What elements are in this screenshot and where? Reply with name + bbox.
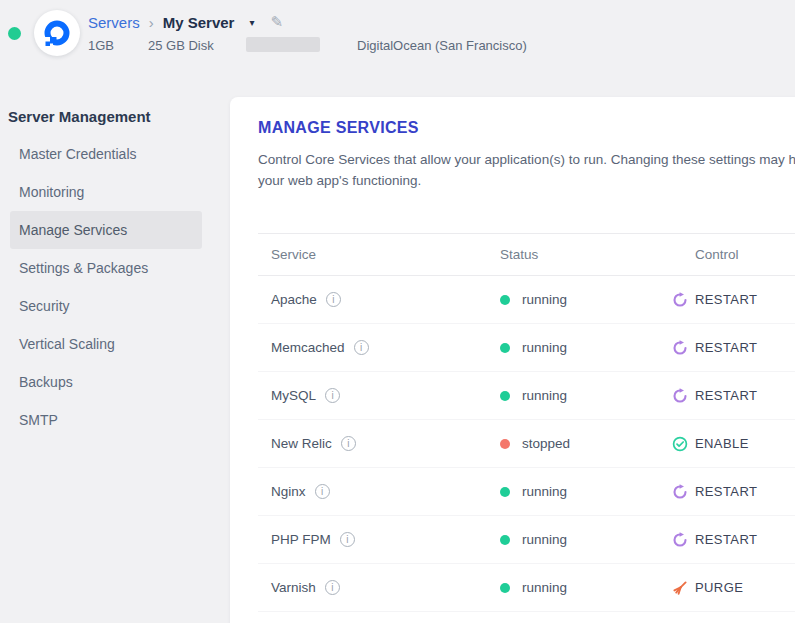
sidebar-item-label: Security [19,298,70,314]
restart-icon [672,484,688,500]
page-title: MANAGE SERVICES [258,119,419,137]
sidebar-item-label: Backups [19,374,73,390]
service-name: Apache [271,292,317,307]
sidebar-item-label: Monitoring [19,184,84,200]
server-ip-redacted [246,37,320,52]
status-dot [500,439,510,449]
service-name: Nginx [271,484,306,499]
digitalocean-icon [42,18,72,48]
control-button[interactable]: RESTART [672,388,757,404]
sidebar-item-label: Master Credentials [19,146,137,162]
sidebar-title: Server Management [8,108,212,125]
manage-services-panel: MANAGE SERVICES Control Core Services th… [230,97,795,623]
sidebar-item-label: Settings & Packages [19,260,148,276]
control-button[interactable]: RESTART [672,484,757,500]
info-icon[interactable]: i [341,436,356,451]
edit-server-name-icon[interactable]: ✎ [270,13,283,31]
restart-icon [672,292,688,308]
control-label: RESTART [695,388,757,403]
column-header-status: Status [500,247,672,262]
status-label: running [522,580,567,595]
status-dot [500,391,510,401]
sidebar-item-label: SMTP [19,412,58,428]
description-line-2: your web app's functioning. [258,170,795,191]
restart-icon [672,340,688,356]
info-icon[interactable]: i [340,532,355,547]
breadcrumb: Servers › My Server ▾ ✎ [88,13,283,31]
column-header-service: Service [258,247,500,262]
control-button[interactable]: RESTART [672,532,757,548]
description-line-1: Control Core Services that allow your ap… [258,149,795,170]
control-label: RESTART [695,484,757,499]
sidebar-item-monitoring[interactable]: Monitoring [0,173,212,211]
service-name: New Relic [271,436,332,451]
service-name: MySQL [271,388,316,403]
control-button[interactable]: PURGE [672,580,743,596]
sidebar-item-master-credentials[interactable]: Master Credentials [0,135,212,173]
control-label: RESTART [695,532,757,547]
service-name: PHP FPM [271,532,331,547]
restart-icon [672,532,688,548]
server-provider: DigitalOcean (San Francisco) [357,38,527,53]
control-label: PURGE [695,580,743,595]
table-row-memcached: Memcached i running [258,324,795,372]
status-label: running [522,292,567,307]
status-dot [500,487,510,497]
info-icon[interactable]: i [354,340,369,355]
status-label: running [522,340,567,355]
sidebar-item-manage-services[interactable]: Manage Services [10,211,202,249]
sidebar-item-security[interactable]: Security [0,287,212,325]
status-label: running [522,388,567,403]
service-name: Varnish [271,580,316,595]
breadcrumb-servers-link[interactable]: Servers [88,14,140,31]
sidebar-item-settings-packages[interactable]: Settings & Packages [0,249,212,287]
table-row-apache: Apache i running [258,276,795,324]
table-row-varnish: Varnish i running [258,564,795,612]
status-label: stopped [522,436,570,451]
info-icon[interactable]: i [325,388,340,403]
status-dot [500,295,510,305]
status-label: running [522,484,567,499]
sidebar-item-vertical-scaling[interactable]: Vertical Scaling [0,325,212,363]
control-label: RESTART [695,340,757,355]
control-button[interactable]: ENABLE [672,436,749,452]
server-online-dot [8,27,21,40]
services-table-header: Service Status Control [258,233,795,276]
sidebar-item-label: Manage Services [19,222,127,238]
status-dot [500,535,510,545]
sidebar: Server Management Master Credentials Mon… [0,90,212,439]
table-row-new-relic: New Relic i stopped [258,420,795,468]
sidebar-item-backups[interactable]: Backups [0,363,212,401]
digitalocean-logo [34,10,80,56]
control-label: ENABLE [695,436,749,451]
server-ram: 1GB [88,38,114,53]
status-dot [500,343,510,353]
page-description: Control Core Services that allow your ap… [258,149,795,191]
info-icon[interactable]: i [315,484,330,499]
status-dot [500,583,510,593]
control-label: RESTART [695,292,757,307]
control-button[interactable]: RESTART [672,340,757,356]
server-disk: 25 GB Disk [148,38,214,53]
column-header-control: Control [672,247,795,262]
sidebar-nav: Master Credentials Monitoring Manage Ser… [0,135,212,439]
server-switcher-caret-icon[interactable]: ▾ [249,17,254,28]
restart-icon [672,388,688,404]
info-icon[interactable]: i [326,292,341,307]
service-name: Memcached [271,340,345,355]
enable-icon [672,436,688,452]
info-icon[interactable]: i [325,580,340,595]
control-button[interactable]: RESTART [672,292,757,308]
breadcrumb-separator: › [149,14,154,31]
server-name[interactable]: My Server [163,14,235,31]
status-label: running [522,532,567,547]
table-row-mysql: MySQL i running [258,372,795,420]
purge-icon [672,580,688,596]
services-table-body: Apache i running [258,276,795,612]
table-row-nginx: Nginx i running [258,468,795,516]
sidebar-item-smtp[interactable]: SMTP [0,401,212,439]
sidebar-item-label: Vertical Scaling [19,336,115,352]
table-row-php-fpm: PHP FPM i running [258,516,795,564]
services-table: Service Status Control Apache i running [258,233,795,612]
